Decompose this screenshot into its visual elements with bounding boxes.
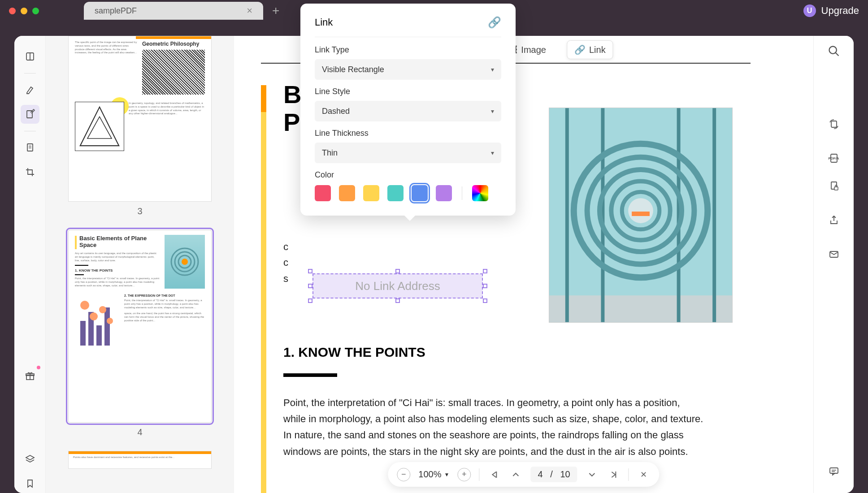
chevron-down-icon: ▼: [444, 471, 449, 478]
last-page-icon: [608, 469, 619, 480]
pdfa-button[interactable]: PDF/A: [829, 153, 839, 160]
thumbnail-panel[interactable]: The specific point of the image can be e…: [46, 36, 234, 493]
thumb-4-sub2: 2. THE EXPRESSION OF THE DOT: [124, 294, 205, 297]
svg-rect-38: [831, 121, 837, 127]
search-button[interactable]: [828, 45, 840, 61]
svg-point-34: [628, 198, 653, 223]
thumb-4-title: Basic Elements of Plane Space: [75, 235, 160, 248]
rotate-button[interactable]: [829, 119, 839, 133]
resize-handle-tm[interactable]: [395, 269, 400, 273]
resize-handle-bm[interactable]: [395, 298, 400, 303]
color-teal[interactable]: [387, 185, 404, 201]
thumbnail-page-5[interactable]: Points also have dominant and recessive …: [68, 451, 212, 469]
close-tab-button[interactable]: ×: [247, 5, 252, 17]
first-page-icon: [489, 469, 499, 480]
document-tab[interactable]: samplePDF ×: [84, 2, 263, 20]
toolbar-link-button[interactable]: 🔗 Link: [567, 40, 613, 59]
forms-tool[interactable]: [21, 138, 39, 157]
resize-handle-mr[interactable]: [483, 284, 487, 288]
color-swatch-row: [315, 185, 501, 201]
link-annotation[interactable]: No Link Address: [308, 269, 487, 303]
prev-page-button[interactable]: [509, 468, 522, 481]
current-page: 4: [538, 469, 542, 479]
traffic-lights: [9, 8, 39, 14]
color-separator: [462, 186, 462, 200]
line-thickness-select[interactable]: Thin: [315, 143, 501, 163]
line-style-select[interactable]: Dashed: [315, 101, 501, 121]
resize-handle-ml[interactable]: [308, 284, 312, 288]
page-indicator[interactable]: 4 / 10: [530, 467, 577, 482]
comment-icon: [829, 466, 839, 476]
protect-button[interactable]: [829, 181, 839, 195]
crop-tool[interactable]: [21, 163, 39, 182]
doc-hero-image: [549, 108, 733, 323]
color-blue[interactable]: [412, 185, 428, 201]
separator: [629, 468, 629, 481]
layers-tool[interactable]: [21, 450, 39, 469]
upgrade-label: Upgrade: [821, 5, 859, 17]
toolbar-link-label: Link: [589, 45, 606, 55]
share-icon: [829, 215, 839, 225]
link-type-select[interactable]: Visible Rectangle: [315, 59, 501, 80]
thumbnail-page-4[interactable]: Basic Elements of Plane Space Any art co…: [68, 230, 212, 423]
color-purple[interactable]: [436, 185, 452, 201]
upgrade-area[interactable]: U Upgrade: [803, 4, 859, 17]
user-avatar[interactable]: U: [803, 4, 816, 17]
close-window-button[interactable]: [9, 8, 16, 14]
link-properties-popup: Link 🔗 Link Type Visible Rectangle Line …: [300, 4, 516, 216]
add-tab-button[interactable]: +: [272, 4, 279, 18]
resize-handle-bl[interactable]: [308, 298, 312, 303]
document-icon: [25, 143, 35, 153]
chevron-down-icon: [587, 469, 598, 480]
left-tool-rail: [14, 36, 46, 493]
gift-icon: [25, 371, 35, 381]
svg-point-22: [107, 318, 113, 324]
share-button[interactable]: [829, 215, 839, 229]
highlighter-icon: [25, 85, 35, 95]
highlight-tool[interactable]: [21, 81, 39, 99]
popup-link-icon: 🔗: [488, 16, 501, 29]
svg-rect-35: [632, 212, 650, 216]
color-orange[interactable]: [339, 185, 355, 201]
section-1-body: Point, the interpretation of "Ci Hai" is…: [283, 395, 705, 460]
chevron-up-icon: [510, 469, 521, 480]
thumbnails-tool[interactable]: [21, 47, 39, 66]
resize-handle-br[interactable]: [483, 298, 487, 303]
thumbnail-page-3[interactable]: The specific point of the image can be e…: [68, 36, 212, 202]
edit-tool[interactable]: [21, 105, 39, 124]
zoom-in-button[interactable]: +: [457, 468, 471, 481]
page-accent-bar: [261, 85, 266, 493]
resize-handle-tl[interactable]: [308, 269, 312, 273]
thumb-3-number: 3: [68, 206, 212, 216]
line-style-label: Line Style: [315, 87, 501, 96]
total-pages: 10: [560, 469, 570, 479]
toolbar-image-label: Image: [521, 45, 546, 55]
comment-button[interactable]: [829, 466, 839, 480]
link-type-label: Link Type: [315, 45, 501, 55]
color-custom[interactable]: [472, 185, 488, 201]
last-page-button[interactable]: [607, 468, 621, 481]
zoom-out-button[interactable]: −: [397, 468, 410, 481]
color-red[interactable]: [315, 185, 331, 201]
link-icon: 🔗: [574, 44, 586, 55]
svg-point-21: [99, 306, 106, 313]
close-bar-button[interactable]: ✕: [637, 468, 651, 481]
color-yellow[interactable]: [363, 185, 379, 201]
bookmark-icon: [25, 478, 35, 489]
gift-tool[interactable]: [21, 367, 39, 385]
zoom-dropdown[interactable]: 100% ▼: [418, 469, 449, 480]
next-page-button[interactable]: [586, 468, 599, 481]
maximize-window-button[interactable]: [32, 8, 39, 14]
mail-button[interactable]: [829, 249, 839, 263]
crop-icon: [25, 167, 35, 177]
svg-rect-15: [80, 321, 86, 346]
separator: [24, 73, 36, 74]
zoom-value: 100%: [418, 469, 441, 480]
page-sep: /: [550, 469, 553, 479]
minimize-window-button[interactable]: [21, 8, 27, 14]
resize-handle-tr[interactable]: [483, 269, 487, 273]
first-page-button[interactable]: [487, 468, 501, 481]
bookmark-tool[interactable]: [21, 474, 39, 493]
svg-marker-10: [87, 117, 112, 138]
separator: [24, 131, 36, 131]
